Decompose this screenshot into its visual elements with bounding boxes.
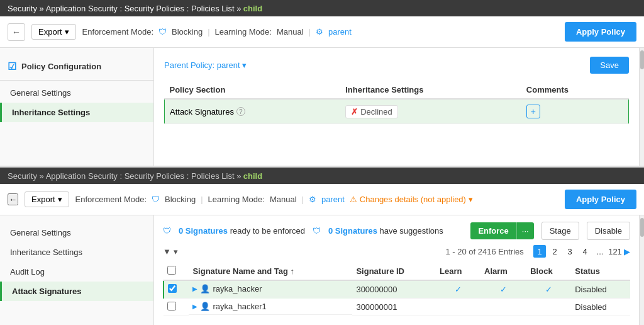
x-icon: ✗ xyxy=(351,107,358,117)
sidebar-item-inheritance-settings-1[interactable]: Inheritance Settings xyxy=(0,103,153,122)
toolbar-info-1: Enforcement Mode: 🛡 Blocking | Learning … xyxy=(82,27,558,37)
parent-icon-1: ⚙ xyxy=(316,27,323,37)
parent-dropdown-icon[interactable]: ▾ xyxy=(242,60,247,70)
help-icon[interactable]: ? xyxy=(236,107,245,116)
export-button-1[interactable]: Export ▾ xyxy=(31,24,76,40)
back-button-1[interactable]: ← xyxy=(8,23,25,41)
child-label-1: child xyxy=(243,4,262,13)
enforce-button[interactable]: Enforce xyxy=(470,222,516,239)
changes-dropdown-icon[interactable]: ▾ xyxy=(469,195,473,204)
toolbar-1: ← Export ▾ Enforcement Mode: 🛡 Blocking … xyxy=(0,16,644,48)
table-row: ▶ 👤 rayka_hacker1 300000001 Disabled xyxy=(164,299,630,316)
row-checkbox-1[interactable] xyxy=(168,284,177,293)
apply-policy-button-2[interactable]: Apply Policy xyxy=(565,190,636,209)
sig-count-1: 0 Signatures ready to be enforced xyxy=(179,226,305,236)
th-sig-name[interactable]: Signature Name and Tag ↑ xyxy=(189,263,352,280)
sidebar-item-audit-log-2[interactable]: Audit Log xyxy=(0,262,153,282)
row-id-cell-1: 300000000 xyxy=(352,280,436,299)
declined-badge: ✗ Declined xyxy=(345,105,398,118)
changes-label: Changes details (not applied) xyxy=(360,195,466,204)
row-checkbox-2[interactable] xyxy=(167,302,176,311)
parent-policy-value[interactable]: parent xyxy=(217,60,240,70)
sidebar-section-header-1: ☑ Policy Configuration xyxy=(0,55,153,77)
next-page-icon[interactable]: ▶ xyxy=(624,247,630,256)
th-block: Block xyxy=(526,263,571,280)
row-expand-icon-1[interactable]: ▶ xyxy=(192,285,197,292)
export-button-2[interactable]: Export ▾ xyxy=(25,191,69,207)
parent-policy-text: Parent Policy: xyxy=(164,60,214,70)
save-button-1[interactable]: Save xyxy=(590,57,629,74)
row-expand-icon-2[interactable]: ▶ xyxy=(192,303,197,310)
table-row: ▶ 👤 rayka_hacker 300000000 ✓ ✓ ✓ Disable… xyxy=(164,280,630,299)
scroll-track-1[interactable] xyxy=(639,48,644,166)
entries-info: 1 - 20 of 2416 Entries xyxy=(445,247,523,256)
blocking-icon-2: 🛡 xyxy=(152,195,160,204)
learn-check-1: ✓ xyxy=(455,285,462,294)
learning-label-1: Learning Mode: xyxy=(215,27,272,37)
breadcrumb-1: Security » Application Security : Securi… xyxy=(8,4,241,13)
browser-tab-1: Security » Application Security : Securi… xyxy=(0,0,644,16)
back-button-2[interactable]: ← xyxy=(8,193,18,205)
sep-1: | xyxy=(208,27,209,37)
export-label-1: Export xyxy=(38,27,62,37)
row-alarm-cell-1: ✓ xyxy=(480,280,526,299)
scroll-track-2[interactable] xyxy=(639,215,644,325)
comment-cell: + xyxy=(521,99,629,124)
page-4[interactable]: 4 xyxy=(579,245,591,258)
sidebar-item-general-settings-2[interactable]: General Settings xyxy=(0,223,153,242)
enforce-dots-button[interactable]: ··· xyxy=(516,222,534,239)
pagination: 1 - 20 of 2416 Entries 1 2 3 4 ... 121 ▶ xyxy=(445,245,630,258)
learning-value-2: Manual xyxy=(270,195,297,204)
th-learn: Learn xyxy=(436,263,480,280)
stage-button[interactable]: Stage xyxy=(541,222,579,240)
apply-policy-button-1[interactable]: Apply Policy xyxy=(565,22,636,42)
row-block-cell-1: ✓ xyxy=(526,280,571,299)
th-comments: Comments xyxy=(521,81,629,99)
checkbox-icon-1: ☑ xyxy=(8,60,16,72)
th-sig-id[interactable]: Signature ID xyxy=(352,263,436,280)
parent-icon-2: ⚙ xyxy=(309,195,316,204)
page-2[interactable]: 2 xyxy=(548,245,561,258)
alarm-check-1: ✓ xyxy=(500,285,507,294)
filter-icon[interactable]: ▼ ▾ xyxy=(163,247,178,256)
sidebar-item-inheritance-settings-2[interactable]: Inheritance Settings xyxy=(0,242,153,262)
filter-dropdown-icon: ▾ xyxy=(174,247,178,256)
page-last[interactable]: 121 xyxy=(609,245,621,258)
browser-tab-2: Security » Application Security : Securi… xyxy=(0,168,644,184)
parent-link-2[interactable]: parent xyxy=(321,195,345,204)
th-policy-section: Policy Section xyxy=(165,81,341,99)
row-alarm-cell-2 xyxy=(480,299,526,316)
row-name-cell-2: ▶ 👤 rayka_hacker1 xyxy=(189,299,352,315)
main-content-2: General Settings Inheritance Settings Au… xyxy=(0,215,644,325)
th-status: Status xyxy=(571,263,630,280)
sig-name-2: rayka_hacker1 xyxy=(213,302,266,311)
child-label-2: child xyxy=(243,171,262,181)
disable-button[interactable]: Disable xyxy=(587,222,630,240)
row-cb-cell-1 xyxy=(164,280,189,299)
attack-sig-cell: Attack Signatures ? xyxy=(170,107,335,117)
page-3[interactable]: 3 xyxy=(564,245,576,258)
select-all-checkbox[interactable] xyxy=(167,266,176,275)
page-1[interactable]: 1 xyxy=(533,245,546,258)
sig-name-1: rayka_hacker xyxy=(213,284,262,294)
enforcement-value-2: Blocking xyxy=(165,195,196,204)
sep-4: | xyxy=(302,195,304,204)
export-chevron-icon-2: ▾ xyxy=(58,195,62,204)
sidebar-item-attack-signatures-2[interactable]: Attack Signatures xyxy=(0,282,153,301)
declined-label: Declined xyxy=(360,107,392,117)
inheritance-setting-cell: ✗ Declined xyxy=(340,99,521,124)
th-cb xyxy=(164,263,189,280)
th-alarm: Alarm xyxy=(480,263,526,280)
sidebar-item-general-settings-1[interactable]: General Settings xyxy=(0,83,153,103)
sig-table: Signature Name and Tag ↑ Signature ID Le… xyxy=(163,263,630,316)
filter-bar: ▼ ▾ 1 - 20 of 2416 Entries 1 2 3 4 ... 1… xyxy=(163,245,630,258)
changes-warning[interactable]: ⚠ Changes details (not applied) ▾ xyxy=(350,195,473,204)
enforcement-label-2: Enforcement Mode: xyxy=(75,195,147,204)
sig-count-2-suffix: have suggestions xyxy=(380,226,443,236)
sidebar-divider-1 xyxy=(0,80,153,81)
blocking-icon-1: 🛡 xyxy=(158,27,167,37)
parent-link-1[interactable]: parent xyxy=(328,27,352,37)
comment-plus-icon[interactable]: + xyxy=(526,105,540,118)
sig-shield-icon: 🛡 xyxy=(163,226,171,236)
row-cb-cell-2 xyxy=(164,299,189,316)
